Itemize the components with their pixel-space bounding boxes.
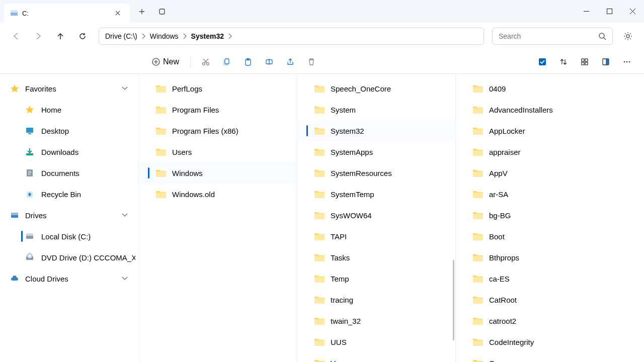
file-item[interactable]: tracing — [297, 289, 455, 310]
sidebar-item[interactable]: Documents — [3, 162, 135, 184]
file-item[interactable]: SystemResources — [297, 162, 455, 184]
file-item[interactable]: SystemTemp — [297, 184, 455, 205]
file-item[interactable]: catroot2 — [456, 310, 614, 331]
cut-button[interactable] — [197, 53, 215, 71]
back-button[interactable] — [6, 26, 26, 46]
sidebar-group[interactable]: Drives — [3, 205, 135, 226]
breadcrumb-segment[interactable]: Drive (C:\) — [105, 32, 137, 40]
select-mode-button[interactable] — [533, 53, 551, 71]
file-item[interactable]: CatRoot — [456, 289, 614, 310]
file-label: System — [331, 106, 356, 114]
refresh-button[interactable] — [72, 26, 93, 46]
search-input[interactable] — [499, 32, 599, 40]
search-box[interactable] — [492, 28, 613, 45]
file-item[interactable]: bg-BG — [456, 205, 614, 226]
file-item[interactable]: Program Files — [139, 99, 297, 120]
file-item[interactable]: Windows.old — [139, 184, 297, 205]
sidebar-item[interactable]: Home — [3, 99, 135, 120]
folder-icon — [314, 317, 325, 325]
file-item[interactable]: V — [297, 352, 455, 362]
file-item[interactable]: AdvancedInstallers — [456, 99, 614, 120]
file-item[interactable]: Temp — [297, 268, 455, 289]
sidebar-item[interactable]: Downloads — [3, 141, 135, 162]
view-button[interactable] — [576, 53, 594, 71]
file-item[interactable]: Tasks — [297, 247, 455, 268]
delete-button[interactable] — [302, 53, 320, 71]
svg-rect-30 — [26, 235, 33, 239]
folder-icon — [473, 211, 483, 219]
new-button[interactable]: New — [147, 54, 184, 69]
file-label: Program Files — [172, 106, 219, 114]
column[interactable]: PerfLogsProgram FilesProgram Files (x86)… — [138, 74, 297, 362]
file-item[interactable]: appraiser — [456, 141, 614, 162]
desktop-icon — [25, 126, 34, 135]
file-item[interactable]: PerfLogs — [139, 78, 297, 99]
sidebar-item[interactable]: DVD Drive (D:) CCCOMA_X — [3, 247, 135, 268]
settings-button[interactable] — [618, 26, 638, 46]
sidebar-item[interactable]: Desktop — [3, 120, 135, 141]
tab[interactable]: C: — [4, 4, 130, 23]
file-item[interactable]: Users — [139, 141, 297, 162]
close-window-button[interactable] — [621, 0, 644, 23]
sidebar-group[interactable]: Favorites — [3, 78, 135, 99]
file-label: CodeIntegrity — [489, 338, 534, 346]
file-item[interactable]: 0409 — [456, 78, 614, 99]
file-item[interactable]: TAPI — [297, 226, 455, 247]
file-item[interactable]: UUS — [297, 331, 455, 352]
file-item[interactable]: Boot — [456, 226, 614, 247]
file-label: SysWOW64 — [331, 211, 372, 220]
new-tab-button[interactable] — [134, 4, 150, 20]
svg-rect-15 — [585, 59, 588, 61]
folder-icon — [314, 148, 325, 156]
paste-button[interactable] — [239, 53, 257, 71]
file-label: appraiser — [489, 148, 521, 156]
file-item[interactable]: Speech_OneCore — [297, 78, 455, 99]
file-label: Temp — [331, 275, 349, 283]
sort-button[interactable] — [554, 53, 573, 71]
file-item[interactable]: SysWOW64 — [297, 205, 455, 226]
folder-icon — [314, 211, 325, 219]
up-button[interactable] — [50, 26, 70, 46]
rename-button[interactable] — [260, 53, 278, 71]
file-item[interactable]: AppV — [456, 162, 614, 184]
sidebar-group[interactable]: Cloud Drives — [3, 268, 135, 289]
svg-rect-24 — [28, 133, 31, 134]
forward-button[interactable] — [28, 26, 48, 46]
chevron-down-icon — [121, 212, 128, 219]
column[interactable]: Speech_OneCoreSystemSystem32SystemAppsSy… — [297, 74, 455, 362]
folder-icon — [473, 296, 483, 304]
share-button[interactable] — [281, 53, 299, 71]
file-item[interactable]: ar-SA — [456, 184, 614, 205]
minimize-button[interactable] — [575, 0, 598, 23]
file-item[interactable]: AppLocker — [456, 120, 614, 141]
scrollbar[interactable] — [453, 260, 454, 340]
file-item[interactable]: System — [297, 99, 455, 120]
svg-point-34 — [29, 255, 31, 257]
breadcrumb-segment[interactable]: System32 — [191, 32, 224, 40]
file-item[interactable]: System32 — [297, 120, 455, 141]
file-item[interactable]: twain_32 — [297, 310, 455, 331]
file-item[interactable]: Windows — [139, 162, 297, 184]
file-label: 0409 — [489, 84, 506, 93]
file-item[interactable]: Program Files (x86) — [139, 120, 297, 141]
folder-icon — [314, 296, 325, 304]
tab-overview-button[interactable] — [154, 4, 170, 20]
column[interactable]: 0409AdvancedInstallersAppLockerappraiser… — [455, 74, 614, 362]
file-item[interactable]: Bthprops — [456, 247, 614, 268]
miller-columns: PerfLogsProgram FilesProgram Files (x86)… — [138, 74, 644, 362]
more-button[interactable] — [618, 53, 636, 71]
copy-button[interactable] — [218, 53, 236, 71]
file-label: Users — [172, 148, 192, 156]
file-item[interactable]: SystemApps — [297, 141, 455, 162]
svg-rect-23 — [26, 128, 33, 133]
details-pane-button[interactable] — [597, 53, 615, 71]
file-item[interactable]: CodeIntegrity — [456, 331, 614, 352]
tab-close-button[interactable] — [112, 7, 124, 19]
breadcrumb-segment[interactable]: Windows — [150, 32, 179, 40]
maximize-button[interactable] — [598, 0, 621, 23]
sidebar-item[interactable]: Local Disk (C:) — [3, 226, 135, 247]
breadcrumb[interactable]: Drive (C:\) Windows System32 — [99, 28, 484, 45]
file-item[interactable]: ca-ES — [456, 268, 614, 289]
sidebar-item[interactable]: Recycle Bin — [3, 184, 135, 205]
file-item[interactable]: Com — [456, 352, 614, 362]
